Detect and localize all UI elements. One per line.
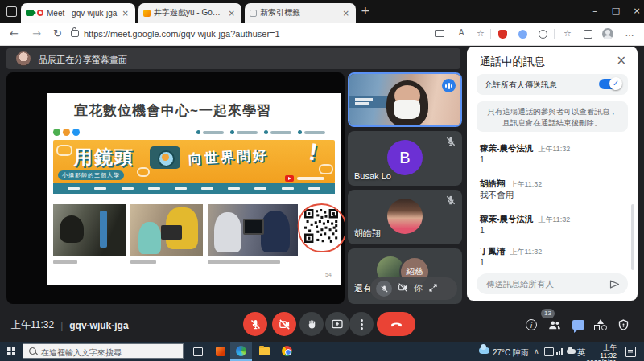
weather-icon[interactable] [479, 347, 489, 354]
site-link [237, 131, 258, 134]
speaking-indicator-icon [442, 79, 456, 92]
chat-icon-active[interactable] [570, 317, 586, 333]
tab-close-icon[interactable]: × [121, 9, 130, 18]
tab-close-icon[interactable]: × [227, 9, 237, 18]
host-controls-icon[interactable] [615, 317, 631, 333]
toggle-check-icon: ✓ [609, 77, 622, 90]
tab-label: 井字遊戲yu - Google Jamboard [154, 7, 224, 18]
presentation-tile[interactable]: 宜花數位機會中心~一起來學習 用鏡頭 向世界問好 ! 小攝影師的三個大學 [6, 72, 345, 304]
extension-gray-icon[interactable] [539, 30, 547, 39]
allow-messages-toggle[interactable]: ✓ [599, 79, 621, 89]
participant-tile-busak[interactable]: B Busak Lo [348, 131, 462, 186]
more-options-button[interactable] [349, 312, 374, 336]
facebook-icon [72, 129, 80, 136]
message-sender: 稼茉-農兮法汎 [480, 143, 534, 153]
raise-hand-button[interactable] [299, 312, 324, 336]
read-aloud-icon[interactable]: A [455, 28, 468, 39]
participant-tile-hu[interactable]: 胡皓翔 [348, 190, 462, 244]
shared-slide: 宜花數位機會中心~一起來學習 用鏡頭 向世界問好 ! 小攝影師的三個大學 [47, 93, 341, 285]
site-link-icon [298, 130, 302, 134]
more-participants-label: 還有 [354, 282, 372, 294]
file-explorer-icon[interactable] [259, 347, 270, 355]
new-tab-button[interactable]: + [361, 4, 370, 17]
chat-privacy-notice: 只有這場通話的參與者可以查看訊息，且訊息會在通話結束後刪除。 [477, 101, 628, 132]
chat-input[interactable]: 傳送訊息給所有人 [477, 273, 628, 294]
favorite-star-icon[interactable]: ☆ [474, 28, 487, 39]
end-call-button[interactable] [377, 312, 415, 336]
forward-button[interactable]: → [32, 27, 41, 39]
allow-messages-label: 允許所有人傳送訊息 [485, 80, 557, 91]
favorites-bar-icon[interactable]: ☆ [561, 28, 574, 39]
lock-icon[interactable] [71, 30, 79, 37]
participants-icon[interactable] [547, 317, 563, 333]
tray-chevron-up-icon[interactable]: ∧ [534, 347, 539, 355]
extension-adblock-icon[interactable] [498, 30, 507, 39]
task-view-icon[interactable] [193, 347, 203, 356]
slide-photo-2 [130, 204, 203, 256]
edge-app-icon[interactable] [236, 346, 246, 356]
website-hero-banner: 用鏡頭 向世界問好 ! 小攝影師的三個大學 [53, 140, 335, 183]
onedrive-icon[interactable] [567, 349, 576, 354]
divider [554, 29, 555, 39]
taskbar-clock[interactable]: 上午 11:32 2022/5/21 [586, 344, 617, 361]
youtube-icon [285, 175, 294, 182]
self-cam-off-icon[interactable] [398, 281, 408, 296]
ime-indicator[interactable]: 英 [577, 347, 586, 359]
share-banner-text: 品辰正在分享螢幕畫面 [39, 54, 127, 66]
participant-tile-others[interactable]: 紹慈 還有 你 [348, 248, 462, 304]
chat-input-placeholder: 傳送訊息給所有人 [486, 279, 554, 290]
expand-icon[interactable] [428, 281, 438, 296]
network-icon[interactable] [556, 348, 563, 355]
page-icon [250, 10, 257, 17]
chat-scrollbar[interactable] [631, 204, 634, 270]
office-app-icon[interactable] [216, 347, 225, 356]
camera-off-button[interactable] [272, 312, 296, 336]
meeting-details-icon[interactable]: i [523, 317, 539, 333]
avatar-name-text: 紹慈 [407, 266, 423, 277]
url-text[interactable]: https://meet.google.com/gqv-wjuk-jga?aut… [84, 29, 280, 39]
collections-icon[interactable] [581, 28, 594, 39]
browser-menu-icon[interactable]: … [623, 28, 636, 39]
weather-text[interactable]: 27°C 陣雨 [493, 347, 529, 359]
action-center-icon[interactable] [625, 347, 636, 357]
self-mic-muted-button[interactable] [376, 281, 392, 297]
chrome-app-icon[interactable] [282, 346, 292, 356]
start-button[interactable] [7, 347, 15, 355]
close-chat-icon[interactable]: × [616, 53, 626, 68]
message-sender: 胡皓翔 [480, 178, 506, 188]
tab-actions-icon[interactable] [6, 6, 17, 17]
tray-app-icon[interactable] [544, 347, 554, 356]
mic-mute-button[interactable] [243, 312, 267, 336]
window-close-button[interactable]: × [626, 0, 644, 21]
speech-bubble-decor [319, 164, 333, 174]
participant-avatar [387, 199, 423, 234]
tab-close-icon[interactable]: × [341, 9, 351, 18]
search-placeholder: 在這裡輸入文字來搜尋 [41, 347, 122, 359]
taskbar-search[interactable]: 在這裡輸入文字來搜尋 [23, 343, 184, 359]
send-message-icon[interactable] [609, 278, 621, 293]
tab-media-icon[interactable] [435, 28, 448, 39]
window-maximize-button[interactable]: □ [605, 0, 626, 21]
participant-tile-speaking[interactable] [348, 72, 462, 127]
activities-icon[interactable] [592, 317, 609, 333]
tab-jamboard[interactable]: 井字遊戲yu - Google Jamboard × [138, 3, 242, 23]
extension-blue-icon[interactable] [518, 30, 527, 39]
tab-meet[interactable]: Meet - gqv-wjuk-jga × [21, 3, 135, 23]
chat-message: 稼茉-農兮法汎上午11:32 1 [480, 211, 570, 235]
chat-message: 稼茉-農兮法汎上午11:32 1 [480, 140, 570, 164]
back-button[interactable]: ← [10, 27, 19, 39]
presenter-avatar [16, 51, 31, 66]
chat-message: 丁鳳湷上午11:32 1 [480, 243, 542, 267]
reload-button[interactable]: ↻ [53, 27, 62, 39]
tab-new[interactable]: 新索引標籤 × [245, 3, 356, 23]
screen-share-banner: 品辰正在分享螢幕畫面 [6, 48, 460, 69]
profile-avatar[interactable] [602, 28, 613, 39]
site-link [203, 131, 224, 134]
hero-text-1: 用鏡頭 [74, 145, 134, 170]
slide-title: 宜花數位機會中心~一起來學習 [74, 101, 271, 120]
message-sender: 稼茉-農兮法汎 [480, 214, 534, 224]
present-screen-button[interactable] [325, 312, 349, 336]
window-minimize-button[interactable]: – [584, 0, 605, 21]
message-time: 上午11:32 [539, 215, 571, 224]
self-view-controls: 你 [370, 277, 457, 300]
